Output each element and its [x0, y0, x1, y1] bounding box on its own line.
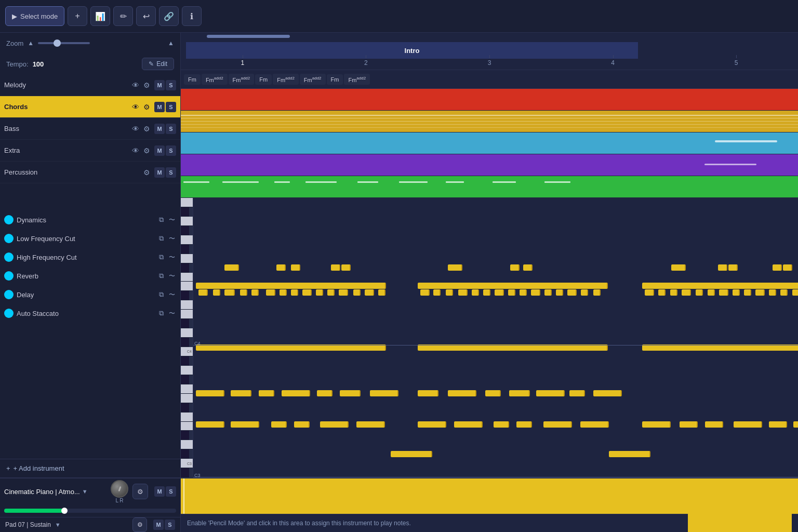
fx-copy-dynamics[interactable]: ⧉ — [158, 215, 165, 225]
note-pill[interactable] — [198, 289, 208, 296]
note-pill[interactable] — [509, 390, 530, 396]
fx-copy-low-freq[interactable]: ⧉ — [158, 233, 165, 244]
track-row-percussion[interactable]: Percussion ⚙ M S — [0, 162, 180, 183]
fader-track[interactable] — [4, 509, 176, 513]
piano-key-f3[interactable] — [181, 413, 193, 422]
chord-fm-6[interactable]: Fmadd2 — [300, 74, 326, 85]
add-instrument-row[interactable]: + + Add instrument — [0, 459, 180, 477]
fx-copy-delay[interactable]: ⧉ — [158, 289, 165, 300]
note-pill[interactable] — [276, 264, 286, 271]
note-pill[interactable] — [671, 264, 686, 271]
note-pill[interactable] — [682, 289, 691, 296]
note-pill[interactable] — [734, 421, 762, 428]
zoom-decrease-icon[interactable]: ▲ — [28, 39, 34, 47]
piano-key-a3[interactable] — [181, 375, 189, 384]
note-pill[interactable] — [494, 421, 509, 428]
piano-key-gb3[interactable] — [181, 403, 189, 413]
note-pill[interactable] — [378, 289, 385, 296]
note-pill[interactable] — [259, 390, 274, 396]
note-pill[interactable] — [658, 289, 666, 296]
track-row-bass[interactable]: Bass 👁 ⚙ M S — [0, 118, 180, 140]
piano-key-bb4[interactable] — [181, 254, 193, 263]
note-pill[interactable] — [302, 289, 312, 296]
select-mode-button[interactable]: ▶ Select mode — [5, 6, 64, 26]
fx-power-auto-staccato[interactable] — [4, 309, 14, 318]
piano-key-eb4[interactable] — [181, 319, 189, 328]
solo-button-percussion[interactable]: S — [166, 167, 176, 178]
settings-icon-percussion[interactable]: ⚙ — [141, 167, 152, 178]
settings-icon-bass[interactable]: ⚙ — [141, 124, 152, 134]
ruler-scroll[interactable] — [207, 35, 290, 38]
note-pill[interactable] — [520, 289, 527, 296]
note-pill[interactable] — [365, 289, 374, 296]
note-pill[interactable] — [495, 289, 504, 296]
piano-key-d4[interactable] — [181, 328, 193, 338]
note-pill[interactable] — [642, 283, 798, 289]
note-pill[interactable] — [418, 283, 608, 289]
piano-key-db3[interactable] — [181, 449, 189, 459]
piano-key-c3[interactable]: C3 — [181, 459, 193, 468]
note-pill[interactable] — [510, 264, 520, 271]
track-lane-bass[interactable] — [181, 132, 798, 154]
track-lane-chords[interactable] — [181, 111, 798, 132]
piano-key-d3[interactable] — [181, 440, 193, 449]
note-pill[interactable] — [544, 289, 552, 296]
note-pill[interactable] — [294, 421, 310, 428]
note-pill[interactable] — [339, 289, 348, 296]
note-pill[interactable] — [719, 289, 728, 296]
chart-button[interactable]: 📊 — [90, 6, 110, 26]
mute-button-melody[interactable]: M — [154, 80, 165, 90]
edit-button[interactable]: ✎ Edit — [142, 58, 174, 70]
add-button[interactable]: + — [68, 6, 87, 26]
note-pill[interactable] — [536, 390, 565, 396]
zoom-increase-icon[interactable]: ▲ — [168, 39, 174, 47]
chord-fm-8[interactable]: Fmadd2 — [344, 74, 370, 85]
note-pill[interactable] — [196, 390, 224, 396]
fx-graph-reverb[interactable]: 〜 — [168, 271, 176, 282]
fx-graph-delay[interactable]: 〜 — [168, 289, 176, 300]
settings-icon-melody[interactable]: ⚙ — [141, 80, 152, 90]
fx-copy-auto-staccato[interactable]: ⧉ — [158, 308, 165, 318]
chord-fm-7[interactable]: Fm — [327, 74, 343, 85]
piano-key-d5[interactable] — [181, 217, 193, 226]
eye-icon-bass[interactable]: 👁 — [130, 124, 141, 134]
note-pill[interactable] — [454, 421, 483, 428]
solo-button-bass[interactable]: S — [166, 124, 176, 134]
piano-key-eb5[interactable] — [181, 207, 189, 217]
note-pill[interactable] — [341, 264, 351, 271]
note-pill[interactable] — [224, 264, 239, 271]
note-pill[interactable] — [391, 451, 432, 457]
note-pill[interactable] — [240, 289, 247, 296]
piano-key-gb4[interactable] — [181, 291, 189, 300]
chord-fm-5[interactable]: Fmadd2 — [273, 74, 299, 85]
piano-key-c4[interactable]: C4 — [181, 347, 193, 356]
note-pill[interactable] — [531, 289, 540, 296]
note-pill[interactable] — [433, 289, 441, 296]
note-pill[interactable] — [580, 421, 609, 428]
track-lane-melody[interactable] — [181, 89, 798, 111]
note-pill[interactable] — [680, 421, 698, 428]
note-pill[interactable] — [593, 289, 601, 296]
settings-icon-chords[interactable]: ⚙ — [141, 102, 152, 112]
note-pill[interactable] — [516, 421, 532, 428]
note-pill[interactable] — [609, 451, 650, 457]
note-pill[interactable] — [793, 421, 798, 428]
piano-key-b2[interactable] — [181, 468, 189, 477]
solo-button-extra[interactable]: S — [166, 145, 176, 156]
piano-key-g3[interactable] — [181, 394, 193, 403]
mute-button-percussion[interactable]: M — [154, 167, 165, 178]
note-pill[interactable] — [370, 390, 398, 396]
chord-fm-1[interactable]: Fm — [184, 74, 201, 85]
note-pill[interactable] — [213, 289, 220, 296]
note-pill[interactable] — [769, 289, 776, 296]
piano-key-a4[interactable] — [181, 263, 189, 273]
note-pill[interactable] — [783, 264, 792, 271]
piano-key-e3[interactable] — [181, 422, 193, 431]
note-pill[interactable] — [718, 264, 727, 271]
pad-settings-button[interactable]: ⚙ — [132, 517, 147, 532]
zoom-slider[interactable] — [38, 42, 90, 44]
instrument-solo-button[interactable]: S — [166, 486, 176, 497]
note-pill[interactable] — [670, 289, 677, 296]
note-pill[interactable] — [483, 289, 490, 296]
piano-key-b3[interactable] — [181, 356, 189, 366]
